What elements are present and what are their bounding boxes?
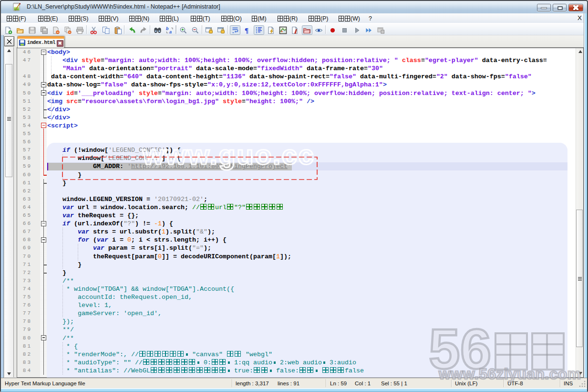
svg-text:b: b	[166, 26, 169, 31]
svg-text:a: a	[169, 30, 172, 34]
svg-text:¶: ¶	[245, 27, 248, 34]
